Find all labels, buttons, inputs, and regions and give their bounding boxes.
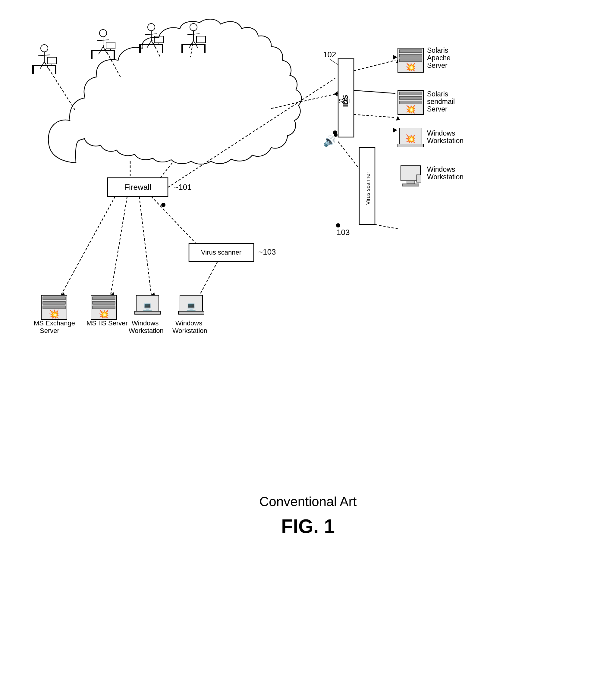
svg-rect-89 (398, 90, 423, 115)
cloud-shape (48, 19, 301, 164)
conventional-art-label: Conventional Art (0, 494, 616, 509)
svg-line-45 (44, 62, 49, 69)
svg-rect-58 (114, 51, 115, 59)
svg-text:IDS: IDS (339, 97, 350, 105)
svg-rect-118 (93, 306, 115, 309)
svg-text:103: 103 (337, 228, 350, 237)
svg-text:Server: Server (427, 105, 447, 113)
svg-text:💥: 💥 (405, 134, 416, 144)
svg-text:Server: Server (427, 62, 447, 69)
svg-text:~101: ~101 (174, 183, 192, 192)
svg-marker-10 (58, 292, 65, 298)
svg-line-55 (103, 47, 108, 54)
svg-rect-109 (43, 297, 65, 300)
svg-line-44 (40, 62, 44, 69)
svg-text:Windows: Windows (427, 129, 455, 137)
page: Firewall ~101 Virus scanner ~103 (0, 18, 616, 699)
figure-label: FIG. 1 (0, 515, 616, 538)
svg-text:Workstation: Workstation (427, 137, 463, 145)
svg-marker-12 (108, 292, 115, 298)
svg-marker-134 (334, 91, 338, 96)
svg-point-61 (148, 24, 155, 31)
svg-line-21 (168, 78, 335, 187)
svg-rect-78 (204, 45, 206, 53)
svg-rect-117 (93, 301, 115, 304)
svg-line-37 (338, 142, 359, 169)
svg-text:MS IIS Server: MS IIS Server (87, 319, 128, 327)
svg-rect-102 (401, 166, 420, 181)
svg-line-0 (44, 62, 76, 111)
svg-line-30 (354, 90, 395, 93)
svg-line-39 (375, 224, 398, 229)
svg-rect-116 (93, 297, 115, 300)
svg-rect-92 (399, 101, 422, 104)
svg-text:Firewall: Firewall (124, 183, 151, 192)
svg-text:102: 102 (323, 50, 336, 59)
svg-text:💥: 💥 (405, 62, 416, 72)
svg-line-9 (61, 196, 115, 295)
svg-rect-68 (162, 45, 163, 53)
svg-point-51 (100, 29, 107, 37)
svg-rect-47 (32, 66, 34, 74)
svg-rect-49 (47, 57, 56, 64)
svg-line-11 (110, 196, 127, 295)
svg-text:Workstation: Workstation (129, 327, 163, 334)
svg-rect-122 (135, 311, 160, 314)
svg-rect-67 (139, 45, 141, 53)
svg-rect-82 (399, 50, 422, 53)
svg-point-71 (190, 24, 197, 31)
svg-line-64 (147, 41, 151, 48)
svg-text:Windows: Windows (427, 166, 455, 173)
svg-rect-22 (338, 59, 354, 137)
svg-rect-105 (417, 175, 421, 182)
svg-line-5 (160, 163, 172, 178)
svg-rect-66 (139, 44, 163, 45)
svg-text:sendmail: sendmail (427, 97, 455, 105)
svg-line-53 (97, 40, 109, 41)
svg-text:Windows: Windows (132, 319, 158, 327)
svg-rect-59 (106, 42, 115, 49)
svg-point-38 (334, 133, 338, 137)
svg-rect-126 (180, 295, 202, 312)
svg-line-26 (329, 59, 338, 65)
svg-line-20 (199, 262, 218, 295)
svg-rect-103 (407, 181, 415, 184)
svg-rect-108 (41, 295, 67, 319)
svg-text:💻: 💻 (143, 301, 153, 311)
svg-point-41 (41, 44, 48, 52)
svg-marker-32 (396, 116, 400, 120)
svg-text:Server: Server (40, 327, 60, 334)
svg-line-28 (354, 60, 395, 71)
svg-rect-121 (136, 295, 159, 312)
svg-rect-69 (154, 36, 163, 43)
svg-rect-98 (398, 144, 423, 147)
svg-line-65 (151, 41, 156, 48)
svg-text:💥: 💥 (49, 309, 60, 319)
svg-rect-76 (181, 44, 206, 45)
svg-line-133 (271, 93, 338, 108)
svg-line-63 (145, 34, 157, 35)
svg-rect-115 (91, 295, 117, 319)
svg-marker-131 (393, 55, 397, 60)
svg-text:Virus scanner: Virus scanner (365, 172, 371, 205)
svg-line-75 (194, 41, 198, 48)
svg-rect-90 (399, 92, 422, 95)
svg-marker-132 (393, 128, 397, 133)
svg-rect-79 (196, 36, 206, 43)
svg-text:💥: 💥 (99, 309, 109, 319)
svg-text:Workstation: Workstation (427, 173, 463, 181)
svg-marker-14 (148, 292, 155, 298)
svg-text:~103: ~103 (258, 247, 276, 256)
svg-line-31 (354, 115, 395, 118)
svg-rect-81 (398, 48, 423, 72)
svg-rect-77 (181, 45, 183, 53)
svg-text:🔊: 🔊 (323, 135, 336, 147)
caption-area: Conventional Art FIG. 1 (0, 494, 616, 568)
svg-text:Workstation: Workstation (172, 327, 207, 334)
svg-point-33 (333, 130, 337, 135)
svg-rect-46 (32, 65, 56, 66)
svg-rect-111 (43, 306, 65, 309)
svg-rect-97 (399, 128, 422, 145)
svg-rect-110 (43, 301, 65, 304)
svg-text:MS Exchange: MS Exchange (34, 319, 75, 327)
